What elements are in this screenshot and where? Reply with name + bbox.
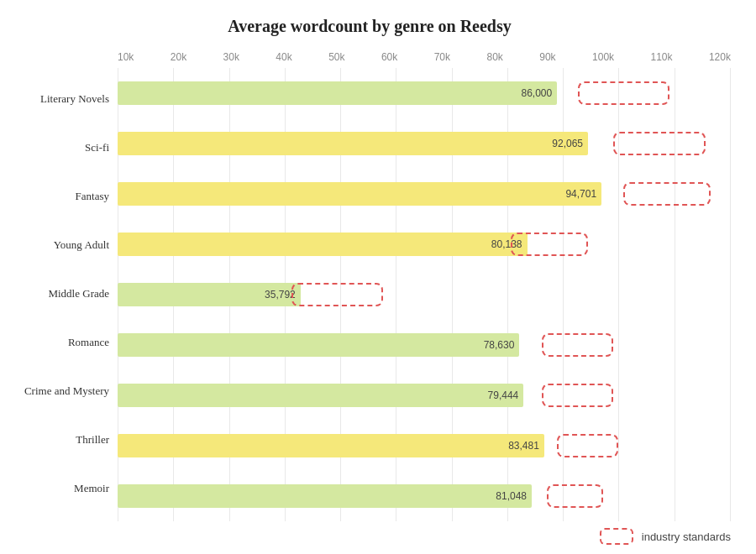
x-axis-label: 50k <box>328 51 344 63</box>
bar-row: 79,444 <box>118 378 731 413</box>
y-label: Young Adult <box>8 225 109 265</box>
chart-right: 10k20k30k40k50k60k70k80k90k100k110k120k … <box>118 51 731 521</box>
bar-row: 35,792 <box>118 277 731 312</box>
x-axis-label: 20k <box>171 51 186 63</box>
industry-standard-box <box>613 132 706 155</box>
bar-row: 78,630 <box>118 327 731 363</box>
y-label: Crime and Mystery <box>8 371 109 411</box>
bar-row: 94,701 <box>118 176 731 212</box>
x-axis-label: 40k <box>276 51 291 63</box>
bar-value-label: 80,138 <box>491 238 522 250</box>
bar-value-label: 92,065 <box>552 138 583 149</box>
y-label: Thriller <box>8 420 109 460</box>
industry-standard-box <box>557 434 618 457</box>
bar-row: 81,048 <box>118 478 731 514</box>
x-axis-label: 90k <box>539 51 555 63</box>
bar-value-label: 83,481 <box>508 440 539 452</box>
y-label: Middle Grade <box>8 274 109 314</box>
industry-standard-box <box>547 484 603 508</box>
y-axis-labels: Literary NovelsSci-fiFantasyYoung AdultM… <box>8 51 118 521</box>
x-axis-label: 60k <box>381 51 397 63</box>
x-axis-label: 120k <box>709 51 731 63</box>
y-label: Sci-fi <box>8 128 109 168</box>
x-axis-label: 80k <box>486 51 502 63</box>
industry-standard-box <box>542 384 613 407</box>
legend-industry-box <box>600 528 633 545</box>
x-axis-labels: 10k20k30k40k50k60k70k80k90k100k110k120k <box>118 51 731 68</box>
industry-standard-box <box>623 182 710 206</box>
chart-container: Average wordcount by genre on Reedsy Lit… <box>0 0 756 554</box>
bar-row: 86,000 <box>118 76 731 111</box>
bar-value-label: 94,701 <box>565 188 596 200</box>
bar-value-label: 79,444 <box>488 389 519 401</box>
chart-title: Average wordcount by genre on Reedsy <box>8 17 731 36</box>
x-axis-label: 70k <box>434 51 450 63</box>
legend: industry standards <box>8 521 731 545</box>
y-label: Literary Novels <box>8 79 109 119</box>
bars-area: 86,00092,06594,70180,13835,79278,63079,4… <box>118 68 731 521</box>
industry-standard-box <box>291 283 384 306</box>
bar-value-label: 81,048 <box>496 490 527 502</box>
bar-row: 83,481 <box>118 428 731 463</box>
y-label: Romance <box>8 322 109 363</box>
bar-row: 80,138 <box>118 227 731 262</box>
x-axis-label: 110k <box>650 51 672 63</box>
bar-value-label: 86,000 <box>521 87 552 99</box>
x-axis-label: 30k <box>223 51 239 63</box>
x-axis-label: 100k <box>592 51 614 63</box>
bar-row: 92,065 <box>118 126 731 161</box>
bar-rows: 86,00092,06594,70180,13835,79278,63079,4… <box>118 68 731 521</box>
legend-label: industry standards <box>642 530 731 543</box>
industry-standard-box <box>578 81 670 105</box>
y-label: Fantasy <box>8 176 109 217</box>
y-label: Memoir <box>8 468 109 509</box>
x-axis-label: 10k <box>118 51 134 63</box>
chart-area: Literary NovelsSci-fiFantasyYoung AdultM… <box>8 51 731 521</box>
industry-standard-box <box>542 333 613 357</box>
bar-value-label: 35,792 <box>265 289 296 301</box>
bar-value-label: 78,630 <box>484 339 515 351</box>
